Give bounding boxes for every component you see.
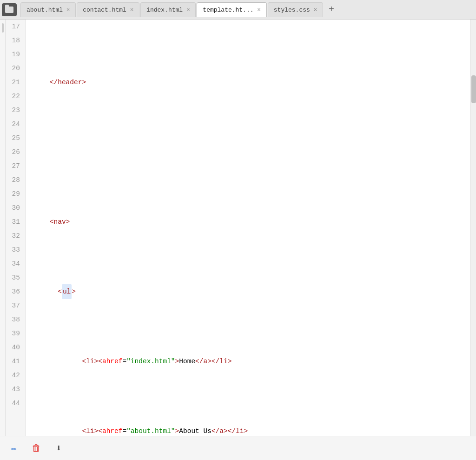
line-numbers: 17 18 19 20 21 22 23 24 25 26 27 28 29 3…: [6, 20, 26, 436]
code-line-20: <ul>: [33, 285, 470, 299]
tab-close-about[interactable]: ✕: [66, 7, 70, 13]
folder-button[interactable]: [2, 3, 17, 16]
scrollbar-track[interactable]: [470, 20, 476, 436]
code-line-22: <li><a href="about.html">About Us</a></l…: [33, 424, 470, 436]
tab-contact[interactable]: contact.html ✕: [77, 2, 139, 17]
code-editor: 17 18 19 20 21 22 23 24 25 26 27 28 29 3…: [0, 20, 476, 436]
add-tab-button[interactable]: +: [325, 3, 338, 16]
minimap-bar: [2, 23, 4, 33]
tab-close-contact[interactable]: ✕: [130, 7, 133, 13]
code-lines[interactable]: </header> <nav> <ul> <li><a href="index.…: [26, 20, 470, 436]
tab-index[interactable]: index.html ✕: [140, 2, 196, 17]
trash-icon: 🗑: [32, 443, 41, 454]
tab-close-template[interactable]: ✕: [258, 7, 261, 13]
delete-button[interactable]: 🗑: [30, 442, 43, 455]
tab-bar: about.html ✕ contact.html ✕ index.html ✕…: [0, 0, 476, 20]
scrollbar-thumb[interactable]: [471, 75, 476, 103]
code-line-17: </header>: [33, 75, 470, 89]
tab-label: styles.css: [274, 7, 310, 13]
code-area[interactable]: 17 18 19 20 21 22 23 24 25 26 27 28 29 3…: [0, 20, 476, 436]
tab-label: contact.html: [83, 7, 126, 13]
tab-close-styles[interactable]: ✕: [314, 7, 317, 13]
edit-button[interactable]: ✏: [7, 442, 20, 455]
bottom-toolbar: ✏ 🗑 ⬇: [0, 436, 476, 460]
download-icon: ⬇: [56, 442, 61, 454]
tab-label: about.html: [26, 7, 63, 13]
tab-styles[interactable]: styles.css ✕: [268, 2, 323, 17]
tab-label: template.ht...: [203, 7, 253, 13]
tab-close-index[interactable]: ✕: [186, 7, 190, 13]
folder-icon: [5, 7, 13, 13]
tab-about[interactable]: about.html ✕: [20, 2, 76, 17]
download-button[interactable]: ⬇: [52, 442, 65, 455]
code-line-21: <li><a href="index.html">Home</a></li>: [33, 354, 470, 368]
tab-label: index.html: [146, 7, 183, 13]
code-line-19: <nav>: [33, 215, 470, 229]
minimap-indicator: [0, 20, 6, 436]
tab-template[interactable]: template.ht... ✕: [197, 2, 266, 17]
pencil-icon: ✏: [11, 442, 17, 454]
code-line-18: [33, 145, 470, 159]
